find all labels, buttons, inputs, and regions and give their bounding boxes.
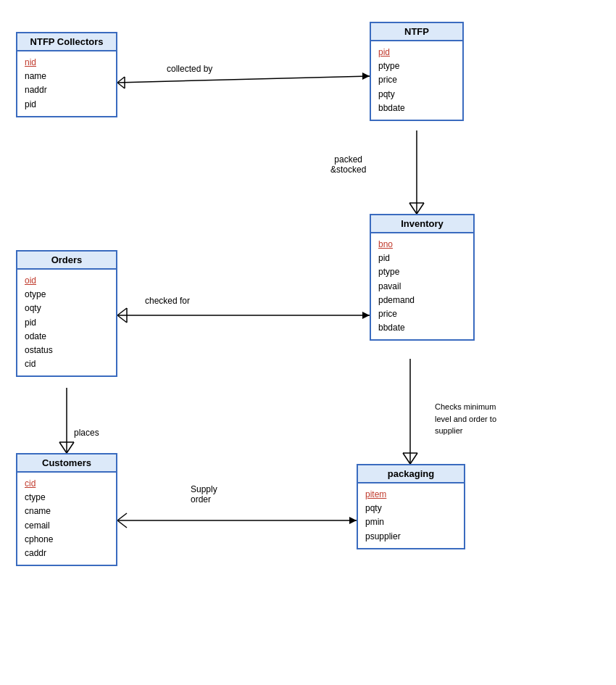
erd-diagram: NTFP Collectors nid name naddr pid NTFP …	[0, 0, 616, 685]
entity-packaging: packaging pitem pqty pmin psupplier	[357, 464, 465, 549]
svg-line-21	[117, 520, 127, 528]
field-cphone: cphone	[25, 533, 109, 547]
entity-customers: Customers cid ctype cname cemail cphone …	[16, 453, 117, 566]
entity-orders-body: oid otype oqty pid odate ostatus cid	[17, 270, 116, 375]
entity-ntfp-header: NTFP	[371, 23, 462, 41]
entity-inventory: Inventory bno pid ptype pavail pdemand p…	[370, 214, 475, 341]
field-bbdate: bbdate	[378, 321, 466, 335]
svg-line-2	[117, 83, 125, 88]
svg-marker-19	[349, 517, 357, 524]
field-ptype: ptype	[378, 265, 466, 279]
field-pitem: pitem	[365, 488, 457, 502]
svg-line-10	[117, 308, 127, 315]
field-nid: nid	[25, 56, 109, 70]
label-checked-for: checked for	[145, 296, 190, 306]
svg-line-6	[409, 203, 417, 214]
field-caddr: caddr	[25, 547, 109, 560]
field-pavail: pavail	[378, 280, 466, 294]
field-pdemand: pdemand	[378, 294, 466, 307]
entity-ntfp-collectors: NTFP Collectors nid name naddr pid	[16, 32, 117, 117]
field-price: price	[378, 307, 466, 321]
entity-packaging-body: pitem pqty pmin psupplier	[358, 483, 464, 548]
svg-line-7	[417, 203, 424, 214]
field-pmin: pmin	[365, 515, 457, 529]
svg-line-0	[117, 76, 370, 83]
field-cname: cname	[25, 505, 109, 518]
field-pid: pid	[25, 98, 109, 112]
entity-customers-header: Customers	[17, 454, 116, 473]
field-cemail: cemail	[25, 519, 109, 533]
entity-ntfp-body: pid ptype price pqty bbdate	[371, 41, 462, 120]
entity-packaging-header: packaging	[358, 465, 464, 483]
field-pid: pid	[25, 316, 109, 330]
field-ostatus: ostatus	[25, 344, 109, 357]
svg-line-23	[403, 453, 410, 464]
entity-ntfp-collectors-header: NTFP Collectors	[17, 33, 116, 51]
field-oqty: oqty	[25, 302, 109, 315]
field-otype: otype	[25, 288, 109, 302]
field-psupplier: psupplier	[365, 530, 457, 544]
svg-line-16	[67, 442, 74, 453]
svg-line-15	[59, 442, 67, 453]
field-cid: cid	[25, 477, 109, 491]
entity-orders: Orders oid otype oqty pid odate ostatus …	[16, 250, 117, 377]
field-oid: oid	[25, 274, 109, 288]
entity-orders-header: Orders	[17, 252, 116, 270]
field-name: name	[25, 70, 109, 83]
entity-ntfp-collectors-body: nid name naddr pid	[17, 51, 116, 116]
field-pid: pid	[378, 46, 455, 59]
entity-inventory-body: bno pid ptype pavail pdemand price bbdat…	[371, 233, 473, 339]
svg-line-20	[117, 513, 127, 520]
field-bbdate: bbdate	[378, 101, 455, 115]
entity-inventory-header: Inventory	[371, 215, 473, 233]
field-pqty: pqty	[365, 502, 457, 515]
label-packed-stocked: packed&stocked	[330, 154, 366, 175]
field-ptype: ptype	[378, 59, 455, 73]
field-odate: odate	[25, 330, 109, 344]
label-checks-minimum: Checks minimumlevel and order tosupplier	[435, 401, 496, 437]
label-places: places	[74, 428, 99, 438]
svg-marker-13	[362, 312, 370, 319]
svg-line-1	[117, 77, 125, 83]
field-price: price	[378, 73, 455, 87]
svg-marker-4	[362, 72, 370, 80]
field-pqty: pqty	[378, 88, 455, 101]
field-bno: bno	[378, 238, 466, 252]
label-collected-by: collected by	[167, 64, 212, 74]
field-ctype: ctype	[25, 491, 109, 505]
field-pid: pid	[378, 252, 466, 265]
svg-line-11	[117, 315, 127, 323]
svg-line-24	[410, 453, 417, 464]
entity-customers-body: cid ctype cname cemail cphone caddr	[17, 473, 116, 565]
label-supply-order: Supplyorder	[191, 484, 217, 505]
entity-ntfp: NTFP pid ptype price pqty bbdate	[370, 22, 464, 121]
field-cid: cid	[25, 357, 109, 371]
field-naddr: naddr	[25, 83, 109, 97]
